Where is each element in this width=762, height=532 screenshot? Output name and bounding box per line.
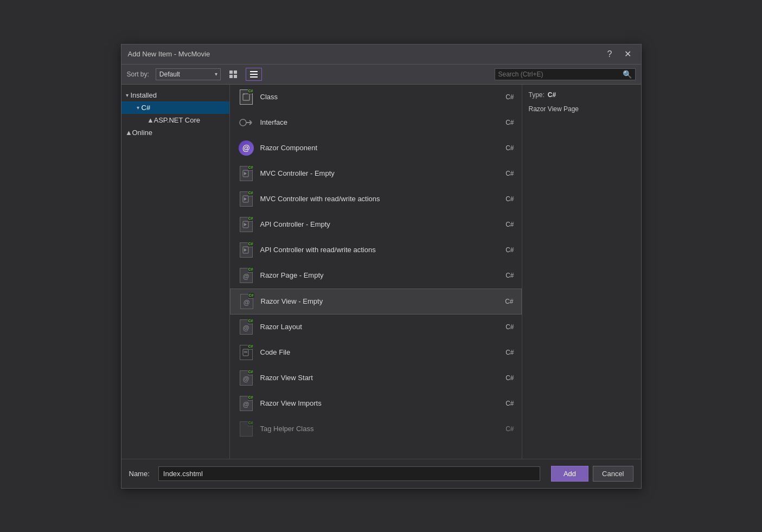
title-bar-actions: ? ✕ [604, 49, 635, 60]
svg-rect-4 [250, 71, 258, 72]
item-icon-razor-view-start: C# @ [238, 369, 255, 387]
item-icon-razor-view-empty: C# @ [238, 293, 255, 310]
svg-rect-6 [250, 76, 258, 78]
item-icon-api-controller-empty: C# [238, 216, 255, 233]
item-icon-code-file: C# [238, 344, 255, 361]
toolbar: Sort by: Default Name Type 🔍 [121, 65, 641, 85]
item-name: MVC Controller with read/write actions [260, 195, 492, 203]
item-lang: C# [492, 323, 514, 331]
expand-aspnetcore-icon: ▶ [146, 118, 152, 122]
list-item[interactable]: C# API Controller - Empty C# [230, 212, 522, 238]
item-lang: C# [492, 195, 514, 203]
type-label: Type: [529, 91, 545, 99]
search-wrapper: 🔍 [495, 68, 636, 80]
search-icon-button[interactable]: 🔍 [623, 70, 632, 79]
list-item[interactable]: C# @ Razor View Imports C# [230, 391, 522, 416]
item-lang: C# [492, 374, 514, 382]
sidebar: ▾ Installed ▾ C# ▶ ASP.NET Core ▶ Online [121, 85, 230, 459]
item-lang: C# [492, 119, 514, 126]
item-name: Razor Page - Empty [260, 271, 492, 279]
cancel-button[interactable]: Cancel [593, 466, 633, 482]
item-name: Interface [260, 118, 492, 126]
list-item[interactable]: C# MVC Controller with read/write action… [230, 187, 522, 212]
item-icon-razor-page-empty: C# @ [238, 267, 255, 284]
list-item[interactable]: C# @ Razor Page - Empty C# [230, 263, 522, 289]
item-icon-mvc-controller-rw: C# [238, 190, 255, 208]
help-button[interactable]: ? [604, 49, 616, 60]
item-name: API Controller - Empty [260, 220, 492, 228]
item-name: API Controller with read/write actions [260, 246, 492, 254]
item-lang: C# [492, 272, 514, 279]
item-icon-razor-layout: C# @ [238, 318, 255, 336]
expand-csharp-icon: ▾ [137, 105, 139, 111]
footer-buttons: Add Cancel [551, 466, 633, 482]
item-name: Razor Layout [260, 323, 492, 331]
item-lang: C# [492, 349, 514, 356]
search-input[interactable] [498, 70, 623, 78]
item-name: Razor View Start [260, 374, 492, 382]
svg-rect-1 [234, 70, 237, 74]
item-name: Razor View Imports [260, 399, 492, 407]
name-input[interactable] [158, 466, 540, 481]
item-icon-razor-component: @ [238, 139, 255, 157]
list-item[interactable]: @ Razor Component C# [230, 136, 522, 161]
sidebar-item-online[interactable]: ▶ Online [121, 126, 229, 139]
item-icon-tag-helper: C# [238, 420, 255, 438]
svg-rect-3 [234, 75, 237, 78]
sidebar-online-label: Online [132, 129, 153, 137]
name-label: Name: [129, 470, 150, 478]
dialog-title: Add New Item - MvcMovie [128, 50, 210, 58]
sort-select-wrapper: Default Name Type [156, 68, 221, 80]
list-item[interactable]: C# API Controller with read/write action… [230, 238, 522, 263]
sort-select[interactable]: Default Name Type [156, 68, 221, 80]
sort-label: Sort by: [127, 70, 149, 78]
list-item[interactable]: C# Class C# [230, 85, 522, 110]
item-lang: C# [492, 298, 514, 305]
item-icon-interface [238, 114, 255, 131]
add-button[interactable]: Add [551, 466, 588, 482]
details-description: Razor View Page [529, 104, 635, 114]
list-item[interactable]: Interface C# [230, 110, 522, 136]
item-name: Tag Helper Class [260, 425, 492, 433]
item-list: C# Class C# [230, 85, 522, 459]
item-icon-razor-view-imports: C# @ [238, 395, 255, 412]
expand-online-icon: ▶ [125, 130, 131, 134]
list-item[interactable]: C# MVC Controller - Empty C# [230, 161, 522, 187]
expand-installed-icon: ▾ [126, 92, 129, 98]
item-icon-mvc-controller-empty: C# [238, 165, 255, 182]
view-list-button[interactable] [246, 68, 262, 81]
sidebar-item-aspnetcore[interactable]: ▶ ASP.NET Core [121, 114, 229, 126]
item-name: Class [260, 93, 492, 101]
add-new-item-dialog: Add New Item - MvcMovie ? ✕ Sort by: Def… [121, 44, 642, 489]
view-grid-button[interactable] [225, 68, 241, 81]
item-name: Razor Component [260, 144, 492, 152]
item-lang: C# [492, 144, 514, 152]
type-row: Type: C# [529, 91, 635, 99]
close-button[interactable]: ✕ [621, 49, 635, 60]
item-name: Code File [260, 348, 492, 356]
svg-rect-2 [229, 75, 233, 78]
list-item[interactable]: C# @ Razor Layout C# [230, 315, 522, 340]
list-item[interactable]: C# Tag Helper Class C# [230, 416, 522, 442]
sidebar-installed-label: Installed [131, 91, 157, 99]
details-panel: Type: C# Razor View Page [522, 85, 641, 459]
item-name: Razor View - Empty [261, 297, 492, 305]
sidebar-csharp-label: C# [142, 104, 151, 112]
item-icon-api-controller-rw: C# [238, 241, 255, 259]
svg-rect-5 [250, 74, 258, 75]
sidebar-item-installed[interactable]: ▾ Installed [121, 89, 229, 101]
item-icon-class: C# [238, 88, 255, 106]
item-lang: C# [492, 400, 514, 407]
item-lang: C# [492, 170, 514, 177]
content-area: ▾ Installed ▾ C# ▶ ASP.NET Core ▶ Online [121, 85, 641, 459]
sidebar-aspnetcore-label: ASP.NET Core [154, 116, 201, 124]
type-value: C# [548, 91, 556, 99]
svg-point-8 [240, 119, 246, 126]
sidebar-item-csharp[interactable]: ▾ C# [121, 101, 229, 114]
item-lang: C# [492, 246, 514, 254]
svg-rect-0 [229, 70, 233, 74]
list-item-razor-view-empty[interactable]: C# @ Razor View - Empty C# [230, 289, 522, 315]
list-item[interactable]: C# Code File C# [230, 340, 522, 366]
item-name: MVC Controller - Empty [260, 169, 492, 177]
list-item[interactable]: C# @ Razor View Start C# [230, 366, 522, 391]
